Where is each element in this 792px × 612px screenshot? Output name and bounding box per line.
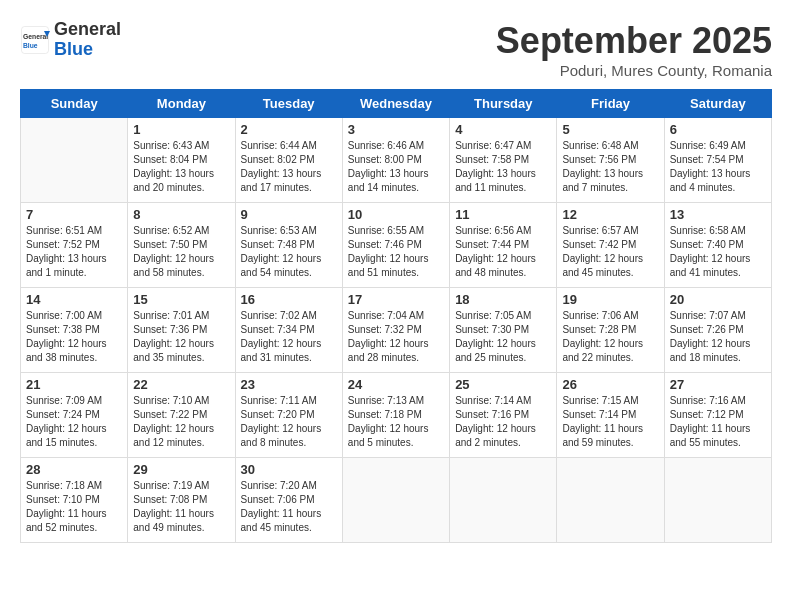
svg-text:Blue: Blue (23, 41, 38, 48)
day-number: 29 (133, 462, 229, 477)
day-number: 7 (26, 207, 122, 222)
calendar-cell: 20Sunrise: 7:07 AM Sunset: 7:26 PM Dayli… (664, 288, 771, 373)
day-number: 6 (670, 122, 766, 137)
day-number: 3 (348, 122, 444, 137)
calendar-cell: 25Sunrise: 7:14 AM Sunset: 7:16 PM Dayli… (450, 373, 557, 458)
day-info: Sunrise: 7:07 AM Sunset: 7:26 PM Dayligh… (670, 309, 766, 365)
day-info: Sunrise: 7:15 AM Sunset: 7:14 PM Dayligh… (562, 394, 658, 450)
calendar-cell: 6Sunrise: 6:49 AM Sunset: 7:54 PM Daylig… (664, 118, 771, 203)
day-info: Sunrise: 7:02 AM Sunset: 7:34 PM Dayligh… (241, 309, 337, 365)
day-number: 16 (241, 292, 337, 307)
day-number: 8 (133, 207, 229, 222)
day-number: 22 (133, 377, 229, 392)
day-info: Sunrise: 7:01 AM Sunset: 7:36 PM Dayligh… (133, 309, 229, 365)
svg-rect-0 (22, 26, 49, 53)
calendar-cell: 4Sunrise: 6:47 AM Sunset: 7:58 PM Daylig… (450, 118, 557, 203)
day-info: Sunrise: 6:44 AM Sunset: 8:02 PM Dayligh… (241, 139, 337, 195)
day-header-tuesday: Tuesday (235, 90, 342, 118)
day-info: Sunrise: 6:51 AM Sunset: 7:52 PM Dayligh… (26, 224, 122, 280)
day-info: Sunrise: 6:49 AM Sunset: 7:54 PM Dayligh… (670, 139, 766, 195)
day-info: Sunrise: 7:16 AM Sunset: 7:12 PM Dayligh… (670, 394, 766, 450)
day-number: 14 (26, 292, 122, 307)
calendar-cell: 18Sunrise: 7:05 AM Sunset: 7:30 PM Dayli… (450, 288, 557, 373)
logo-text: General Blue (54, 20, 121, 60)
svg-text:General: General (23, 32, 48, 39)
calendar-cell: 26Sunrise: 7:15 AM Sunset: 7:14 PM Dayli… (557, 373, 664, 458)
calendar-cell: 15Sunrise: 7:01 AM Sunset: 7:36 PM Dayli… (128, 288, 235, 373)
calendar-week-3: 14Sunrise: 7:00 AM Sunset: 7:38 PM Dayli… (21, 288, 772, 373)
calendar-cell: 7Sunrise: 6:51 AM Sunset: 7:52 PM Daylig… (21, 203, 128, 288)
day-info: Sunrise: 6:48 AM Sunset: 7:56 PM Dayligh… (562, 139, 658, 195)
day-info: Sunrise: 7:19 AM Sunset: 7:08 PM Dayligh… (133, 479, 229, 535)
day-header-monday: Monday (128, 90, 235, 118)
calendar-table: SundayMondayTuesdayWednesdayThursdayFrid… (20, 89, 772, 543)
day-number: 17 (348, 292, 444, 307)
day-info: Sunrise: 6:43 AM Sunset: 8:04 PM Dayligh… (133, 139, 229, 195)
calendar-cell (450, 458, 557, 543)
calendar-week-5: 28Sunrise: 7:18 AM Sunset: 7:10 PM Dayli… (21, 458, 772, 543)
day-info: Sunrise: 7:00 AM Sunset: 7:38 PM Dayligh… (26, 309, 122, 365)
day-info: Sunrise: 7:13 AM Sunset: 7:18 PM Dayligh… (348, 394, 444, 450)
calendar-cell: 5Sunrise: 6:48 AM Sunset: 7:56 PM Daylig… (557, 118, 664, 203)
day-number: 26 (562, 377, 658, 392)
day-info: Sunrise: 7:11 AM Sunset: 7:20 PM Dayligh… (241, 394, 337, 450)
calendar-cell: 19Sunrise: 7:06 AM Sunset: 7:28 PM Dayli… (557, 288, 664, 373)
title-area: September 2025 Poduri, Mures County, Rom… (496, 20, 772, 79)
day-number: 25 (455, 377, 551, 392)
day-header-wednesday: Wednesday (342, 90, 449, 118)
calendar-cell: 23Sunrise: 7:11 AM Sunset: 7:20 PM Dayli… (235, 373, 342, 458)
day-number: 23 (241, 377, 337, 392)
calendar-cell (557, 458, 664, 543)
day-number: 24 (348, 377, 444, 392)
day-header-saturday: Saturday (664, 90, 771, 118)
day-info: Sunrise: 7:18 AM Sunset: 7:10 PM Dayligh… (26, 479, 122, 535)
calendar-cell: 27Sunrise: 7:16 AM Sunset: 7:12 PM Dayli… (664, 373, 771, 458)
calendar-week-2: 7Sunrise: 6:51 AM Sunset: 7:52 PM Daylig… (21, 203, 772, 288)
day-number: 28 (26, 462, 122, 477)
month-title: September 2025 (496, 20, 772, 62)
day-info: Sunrise: 6:46 AM Sunset: 8:00 PM Dayligh… (348, 139, 444, 195)
day-info: Sunrise: 7:04 AM Sunset: 7:32 PM Dayligh… (348, 309, 444, 365)
calendar-cell: 12Sunrise: 6:57 AM Sunset: 7:42 PM Dayli… (557, 203, 664, 288)
day-number: 18 (455, 292, 551, 307)
calendar-week-1: 1Sunrise: 6:43 AM Sunset: 8:04 PM Daylig… (21, 118, 772, 203)
calendar-cell: 13Sunrise: 6:58 AM Sunset: 7:40 PM Dayli… (664, 203, 771, 288)
day-header-thursday: Thursday (450, 90, 557, 118)
day-info: Sunrise: 7:06 AM Sunset: 7:28 PM Dayligh… (562, 309, 658, 365)
calendar-cell: 11Sunrise: 6:56 AM Sunset: 7:44 PM Dayli… (450, 203, 557, 288)
day-info: Sunrise: 6:55 AM Sunset: 7:46 PM Dayligh… (348, 224, 444, 280)
logo: General Blue General Blue (20, 20, 121, 60)
day-info: Sunrise: 7:09 AM Sunset: 7:24 PM Dayligh… (26, 394, 122, 450)
day-info: Sunrise: 6:47 AM Sunset: 7:58 PM Dayligh… (455, 139, 551, 195)
day-number: 1 (133, 122, 229, 137)
day-info: Sunrise: 7:10 AM Sunset: 7:22 PM Dayligh… (133, 394, 229, 450)
day-info: Sunrise: 6:58 AM Sunset: 7:40 PM Dayligh… (670, 224, 766, 280)
page-header: General Blue General Blue September 2025… (20, 20, 772, 79)
day-info: Sunrise: 6:52 AM Sunset: 7:50 PM Dayligh… (133, 224, 229, 280)
calendar-cell: 29Sunrise: 7:19 AM Sunset: 7:08 PM Dayli… (128, 458, 235, 543)
day-number: 10 (348, 207, 444, 222)
calendar-cell: 10Sunrise: 6:55 AM Sunset: 7:46 PM Dayli… (342, 203, 449, 288)
calendar-cell: 30Sunrise: 7:20 AM Sunset: 7:06 PM Dayli… (235, 458, 342, 543)
day-number: 21 (26, 377, 122, 392)
day-number: 9 (241, 207, 337, 222)
calendar-cell: 22Sunrise: 7:10 AM Sunset: 7:22 PM Dayli… (128, 373, 235, 458)
calendar-cell (21, 118, 128, 203)
day-number: 20 (670, 292, 766, 307)
calendar-cell: 14Sunrise: 7:00 AM Sunset: 7:38 PM Dayli… (21, 288, 128, 373)
day-number: 30 (241, 462, 337, 477)
calendar-cell: 8Sunrise: 6:52 AM Sunset: 7:50 PM Daylig… (128, 203, 235, 288)
calendar-cell (664, 458, 771, 543)
calendar-cell: 1Sunrise: 6:43 AM Sunset: 8:04 PM Daylig… (128, 118, 235, 203)
logo-icon: General Blue (20, 25, 50, 55)
day-number: 13 (670, 207, 766, 222)
calendar-cell: 28Sunrise: 7:18 AM Sunset: 7:10 PM Dayli… (21, 458, 128, 543)
day-number: 2 (241, 122, 337, 137)
day-header-friday: Friday (557, 90, 664, 118)
day-info: Sunrise: 6:57 AM Sunset: 7:42 PM Dayligh… (562, 224, 658, 280)
day-number: 15 (133, 292, 229, 307)
calendar-cell: 2Sunrise: 6:44 AM Sunset: 8:02 PM Daylig… (235, 118, 342, 203)
calendar-cell: 3Sunrise: 6:46 AM Sunset: 8:00 PM Daylig… (342, 118, 449, 203)
calendar-header-row: SundayMondayTuesdayWednesdayThursdayFrid… (21, 90, 772, 118)
day-number: 11 (455, 207, 551, 222)
